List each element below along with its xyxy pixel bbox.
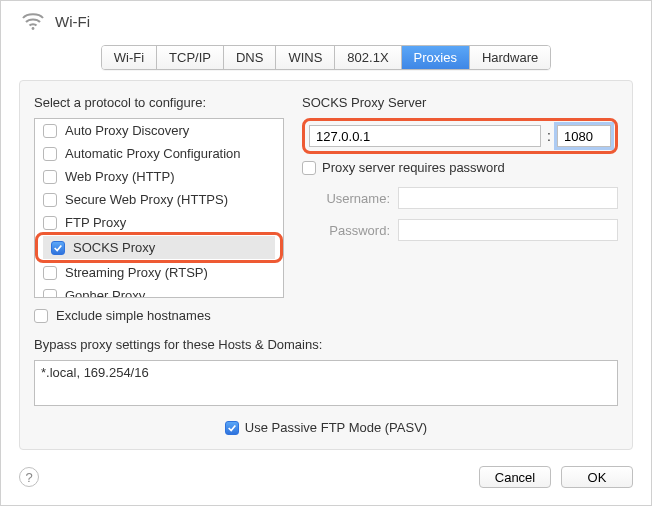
exclude-simple-row: Exclude simple hostnames — [34, 308, 284, 323]
svg-point-0 — [32, 27, 35, 30]
pasv-label: Use Passive FTP Mode (PASV) — [245, 420, 427, 435]
cancel-button[interactable]: Cancel — [479, 466, 551, 488]
list-item[interactable]: Streaming Proxy (RTSP) — [35, 261, 283, 284]
annotation-highlight: : — [302, 118, 618, 154]
ok-button[interactable]: OK — [561, 466, 633, 488]
bypass-label: Bypass proxy settings for these Hosts & … — [34, 337, 618, 352]
username-field[interactable] — [398, 187, 618, 209]
username-label: Username: — [302, 191, 390, 206]
checkbox[interactable] — [43, 170, 57, 184]
list-item[interactable]: Auto Proxy Discovery — [35, 119, 283, 142]
tab-hardware[interactable]: Hardware — [470, 46, 550, 69]
help-button[interactable]: ? — [19, 467, 39, 487]
list-item-label: SOCKS Proxy — [73, 240, 155, 255]
header: Wi-Fi — [1, 1, 651, 45]
list-item[interactable]: Secure Web Proxy (HTTPS) — [35, 188, 283, 211]
select-protocol-label: Select a protocol to configure: — [34, 95, 284, 110]
wifi-icon — [21, 11, 45, 31]
list-item[interactable]: Gopher Proxy — [35, 284, 283, 298]
main-panel: Select a protocol to configure: Auto Pro… — [19, 80, 633, 450]
tab-8021x[interactable]: 802.1X — [335, 46, 401, 69]
password-field[interactable] — [398, 219, 618, 241]
list-item-label: Automatic Proxy Configuration — [65, 146, 241, 161]
tab-wifi[interactable]: Wi-Fi — [102, 46, 157, 69]
network-proxies-panel: Wi-Fi Wi-Fi TCP/IP DNS WINS 802.1X Proxi… — [0, 0, 652, 506]
list-item-label: Gopher Proxy — [65, 288, 145, 298]
exclude-simple-label: Exclude simple hostnames — [56, 308, 211, 323]
proxy-port-input[interactable] — [557, 125, 611, 147]
server-label: SOCKS Proxy Server — [302, 95, 618, 110]
list-item-label: Streaming Proxy (RTSP) — [65, 265, 208, 280]
checkbox[interactable] — [43, 289, 57, 299]
list-item-label: FTP Proxy — [65, 215, 126, 230]
annotation-highlight: SOCKS Proxy — [35, 232, 283, 263]
list-item[interactable]: Web Proxy (HTTP) — [35, 165, 283, 188]
pasv-checkbox[interactable] — [225, 421, 239, 435]
list-item[interactable]: Automatic Proxy Configuration — [35, 142, 283, 165]
list-item-label: Auto Proxy Discovery — [65, 123, 189, 138]
proxy-host-input[interactable] — [309, 125, 541, 147]
checkbox[interactable] — [43, 147, 57, 161]
password-label: Password: — [302, 223, 390, 238]
tab-bar: Wi-Fi TCP/IP DNS WINS 802.1X Proxies Har… — [1, 45, 651, 74]
checkbox[interactable] — [43, 193, 57, 207]
list-item-socks[interactable]: SOCKS Proxy — [43, 236, 275, 259]
list-item-label: Web Proxy (HTTP) — [65, 169, 175, 184]
list-item[interactable]: FTP Proxy — [35, 211, 283, 234]
page-title: Wi-Fi — [55, 13, 90, 30]
requires-password-checkbox[interactable] — [302, 161, 316, 175]
separator: : — [547, 128, 551, 144]
requires-password-label: Proxy server requires password — [322, 160, 505, 175]
footer: ? Cancel OK — [1, 460, 651, 498]
exclude-simple-checkbox[interactable] — [34, 309, 48, 323]
tab-tcpip[interactable]: TCP/IP — [157, 46, 224, 69]
checkbox[interactable] — [43, 216, 57, 230]
checkbox[interactable] — [43, 266, 57, 280]
checkbox[interactable] — [51, 241, 65, 255]
list-item-label: Secure Web Proxy (HTTPS) — [65, 192, 228, 207]
tab-proxies[interactable]: Proxies — [402, 46, 470, 69]
tab-wins[interactable]: WINS — [276, 46, 335, 69]
checkbox[interactable] — [43, 124, 57, 138]
tab-dns[interactable]: DNS — [224, 46, 276, 69]
protocol-list[interactable]: Auto Proxy Discovery Automatic Proxy Con… — [34, 118, 284, 298]
bypass-textarea[interactable]: *.local, 169.254/16 — [34, 360, 618, 406]
